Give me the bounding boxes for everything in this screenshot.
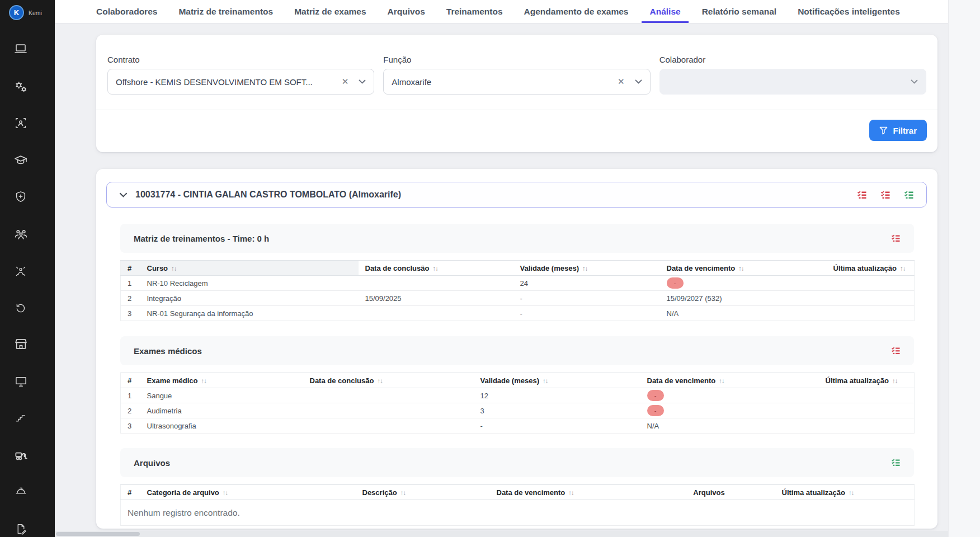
brand-k-icon: K bbox=[9, 5, 24, 20]
col-conclusao[interactable]: Data de conclusão↑↓ bbox=[303, 373, 474, 388]
col-curso[interactable]: Curso↑↓ bbox=[140, 261, 359, 276]
table-header-row: # Exame médico↑↓ Data de conclusão↑↓ Val… bbox=[121, 373, 915, 388]
col-exame[interactable]: Exame médico↑↓ bbox=[140, 373, 303, 388]
filtrar-button[interactable]: Filtrar bbox=[869, 120, 927, 141]
tab-notificacoes-inteligentes[interactable]: Notificações inteligentes bbox=[798, 0, 900, 23]
col-num: # bbox=[121, 261, 140, 276]
colaborador-select[interactable] bbox=[659, 69, 926, 95]
treinamentos-table: # Curso↑↓ Data de conclusão↑↓ Validade (… bbox=[120, 260, 915, 321]
sort-icon: ↑↓ bbox=[223, 489, 228, 496]
arquivos-table: # Categoria de arquivo↑↓ Descrição↑↓ Dat… bbox=[120, 484, 915, 526]
sidebar-item-desktop[interactable] bbox=[13, 374, 28, 389]
funcao-select[interactable]: Almoxarife ✕ bbox=[383, 69, 650, 95]
filter-card: Contrato Offshore - KEMIS DESENVOLVIMENT… bbox=[96, 35, 937, 152]
table-row: 3 Ultrasonografia - N/A bbox=[121, 418, 915, 434]
chevron-down-icon[interactable] bbox=[635, 79, 642, 84]
tab-agendamento-exames[interactable]: Agendamento de exames bbox=[524, 0, 629, 23]
col-categoria[interactable]: Categoria de arquivo↑↓ bbox=[140, 485, 356, 500]
tab-treinamentos[interactable]: Treinamentos bbox=[446, 0, 503, 23]
tab-matriz-exames[interactable]: Matriz de exames bbox=[294, 0, 366, 23]
sidebar-item-settings[interactable] bbox=[13, 79, 28, 94]
col-conclusao[interactable]: Data de conclusão↑↓ bbox=[359, 261, 513, 276]
sidebar-item-safety[interactable] bbox=[13, 484, 28, 499]
sort-icon: ↑↓ bbox=[719, 378, 724, 384]
tab-bar: Colaboradores Matriz de treinamentos Mat… bbox=[55, 0, 948, 23]
contrato-value: Offshore - KEMIS DESENVOLVIMENTO EM SOFT… bbox=[116, 77, 337, 87]
content-area: Contrato Offshore - KEMIS DESENVOLVIMENT… bbox=[55, 23, 948, 537]
col-atualizacao[interactable]: Última atualização↑↓ bbox=[819, 373, 915, 388]
funcao-field-group: Função Almoxarife ✕ bbox=[383, 55, 650, 95]
col-descricao[interactable]: Descrição↑↓ bbox=[356, 485, 490, 500]
col-atualizacao[interactable]: Última atualização↑↓ bbox=[827, 261, 915, 276]
col-arquivos: Arquivos bbox=[641, 485, 775, 500]
col-validade[interactable]: Validade (meses)↑↓ bbox=[474, 373, 640, 388]
col-vencimento[interactable]: Data de vencimento↑↓ bbox=[490, 485, 641, 500]
arquivos-section-title: Arquivos bbox=[134, 458, 170, 468]
users-viewfinder-icon bbox=[15, 117, 27, 129]
sort-icon: ↑↓ bbox=[432, 265, 438, 272]
col-validade[interactable]: Validade (meses)↑↓ bbox=[513, 261, 660, 276]
divider bbox=[96, 110, 937, 110]
sidebar-item-documents[interactable] bbox=[13, 521, 28, 536]
chevron-down-icon[interactable] bbox=[359, 79, 366, 84]
clear-funcao-icon[interactable]: ✕ bbox=[618, 77, 625, 87]
sidebar-item-colaboradores[interactable] bbox=[13, 227, 28, 241]
tab-matriz-treinamentos[interactable]: Matriz de treinamentos bbox=[178, 0, 273, 23]
sidebar-item-machines[interactable] bbox=[13, 448, 28, 463]
main-area: Colaboradores Matriz de treinamentos Mat… bbox=[55, 0, 948, 537]
arquivos-section-header: Arquivos bbox=[120, 448, 914, 477]
chevron-down-icon[interactable] bbox=[911, 79, 918, 84]
status-badge: - bbox=[647, 390, 664, 401]
sidebar-item-person[interactable] bbox=[13, 264, 28, 279]
sort-icon: ↑↓ bbox=[892, 378, 898, 384]
tab-relatorio-semanal[interactable]: Relatório semanal bbox=[702, 0, 777, 23]
treinamentos-list-check-icon[interactable] bbox=[891, 234, 901, 242]
exames-checklist-icon[interactable] bbox=[880, 191, 891, 199]
table-row: 1 NR-10 Reciclagem 24 - bbox=[121, 276, 915, 291]
contrato-select[interactable]: Offshore - KEMIS DESENVOLVIMENTO EM SOFT… bbox=[107, 69, 374, 95]
sidebar-item-store[interactable] bbox=[13, 337, 28, 351]
exames-list-check-icon[interactable] bbox=[891, 347, 901, 355]
arquivos-list-check-icon[interactable] bbox=[891, 459, 901, 467]
sidebar-item-sync[interactable] bbox=[13, 301, 28, 315]
sort-icon: ↑↓ bbox=[401, 489, 406, 496]
sidebar-item-users[interactable] bbox=[13, 116, 28, 130]
tab-arquivos[interactable]: Arquivos bbox=[388, 0, 425, 23]
sidebar: K Kemi bbox=[0, 0, 55, 537]
treinamentos-checklist-icon[interactable] bbox=[857, 191, 867, 199]
contrato-field-group: Contrato Offshore - KEMIS DESENVOLVIMENT… bbox=[107, 55, 374, 95]
people-group-icon bbox=[14, 227, 28, 241]
sort-icon: ↑↓ bbox=[900, 265, 906, 272]
sort-icon: ↑↓ bbox=[849, 489, 854, 496]
arquivos-checklist-icon[interactable] bbox=[904, 191, 914, 199]
col-atualizacao[interactable]: Última atualização↑↓ bbox=[775, 485, 915, 500]
filtrar-label: Filtrar bbox=[893, 126, 917, 135]
shield-medical-icon bbox=[15, 191, 27, 203]
sort-icon: ↑↓ bbox=[738, 265, 744, 272]
scrollbar-thumb[interactable] bbox=[56, 532, 140, 536]
col-vencimento[interactable]: Data de vencimento↑↓ bbox=[660, 261, 827, 276]
chevron-down-icon bbox=[119, 192, 128, 197]
exames-section-title: Exames médicos bbox=[134, 346, 202, 356]
tab-analise[interactable]: Análise bbox=[649, 0, 680, 23]
sidebar-item-treinamentos[interactable] bbox=[13, 153, 28, 168]
store-icon bbox=[14, 337, 28, 351]
empty-row: Nenhum registro encontrado. bbox=[121, 500, 915, 526]
col-num: # bbox=[121, 485, 140, 500]
brand-logo[interactable]: K Kemi bbox=[9, 5, 42, 20]
collaborator-accordion-header[interactable]: 10031774 - CINTIA GALAN CASTRO TOMBOLATO… bbox=[106, 182, 927, 208]
horizontal-scrollbar[interactable] bbox=[55, 531, 948, 537]
helmet-safety-icon bbox=[15, 486, 27, 498]
clear-contrato-icon[interactable]: ✕ bbox=[342, 77, 349, 87]
sort-icon: ↑↓ bbox=[201, 378, 207, 384]
empty-message: Nenhum registro encontrado. bbox=[121, 500, 915, 526]
sidebar-item-exames[interactable] bbox=[13, 190, 28, 204]
sidebar-item-stairs[interactable] bbox=[13, 411, 28, 425]
bulldozer-icon bbox=[13, 448, 28, 463]
col-vencimento[interactable]: Data de vencimento↑↓ bbox=[640, 373, 819, 388]
col-num: # bbox=[121, 373, 140, 388]
graduation-cap-icon bbox=[14, 154, 27, 167]
sidebar-item-laptop[interactable] bbox=[13, 41, 28, 56]
table-header-row: # Categoria de arquivo↑↓ Descrição↑↓ Dat… bbox=[121, 485, 915, 500]
tab-colaboradores[interactable]: Colaboradores bbox=[96, 0, 157, 23]
